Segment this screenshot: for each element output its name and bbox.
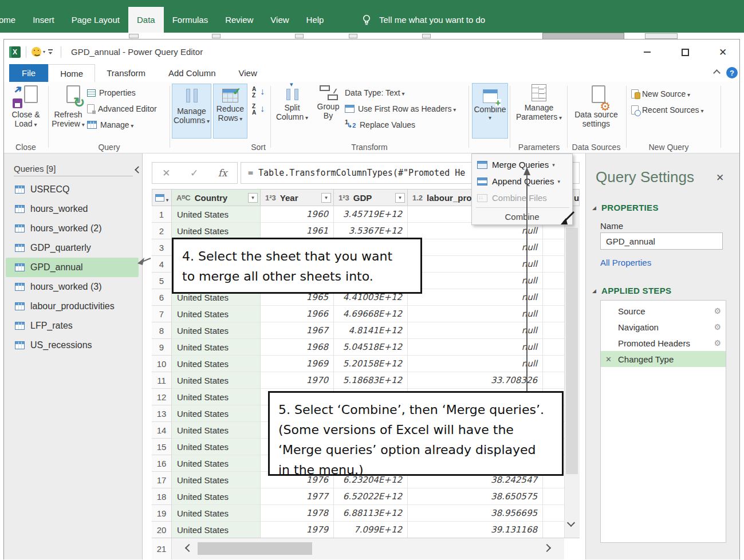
cell-gdp[interactable]: 7.099E+12	[334, 522, 408, 538]
cell-country[interactable]: United States	[172, 455, 261, 472]
help-button[interactable]: ?	[726, 67, 738, 78]
minimize-button[interactable]	[635, 44, 660, 61]
data-type-button[interactable]: Data Type: Text	[345, 86, 405, 99]
filter-dropdown-icon[interactable]: ▼	[248, 193, 258, 203]
cell-labour[interactable]: null	[408, 289, 543, 306]
cell-labour[interactable]: null	[408, 239, 543, 256]
excel-tab-ome[interactable]: ome	[0, 7, 24, 33]
cell-country[interactable]: United States	[172, 356, 261, 372]
applied-steps-section-header[interactable]: APPLIED STEPS	[601, 286, 671, 295]
excel-tab-help[interactable]: Help	[298, 7, 333, 33]
manage-parameters-button[interactable]: Manage Parameters	[513, 84, 565, 123]
chevron-down-icon[interactable]: ▾	[43, 49, 45, 54]
filter-dropdown-icon[interactable]: ▼	[395, 193, 405, 203]
cell-labour[interactable]: null	[408, 306, 543, 322]
combine-button[interactable]: + Combine ▾	[472, 83, 508, 139]
properties-section-header[interactable]: PROPERTIES	[601, 203, 659, 212]
applied-step-navigation[interactable]: Navigation⚙	[601, 319, 726, 335]
cell-gdp[interactable]: 6.52022E+12	[334, 488, 408, 505]
collapse-triangle-icon[interactable]: ◢	[592, 288, 596, 294]
new-source-button[interactable]: New Source	[631, 88, 690, 100]
cell-gdp[interactable]: 4.69668E+12	[334, 306, 408, 322]
query-item-gpd-annual[interactable]: GPD_annual	[6, 258, 139, 277]
cell-country[interactable]: United States	[172, 223, 261, 239]
cell-extra[interactable]	[543, 372, 564, 389]
column-header-year[interactable]: 1²3 Year ▼	[261, 189, 334, 206]
manage-button[interactable]: Manage	[87, 119, 133, 131]
first-row-headers-button[interactable]: Use First Row as Headers	[345, 102, 456, 115]
cell-labour[interactable]: 33.708326	[408, 372, 543, 389]
cancel-formula-icon[interactable]: ✕	[162, 167, 170, 179]
query-item-hours-worked-3[interactable]: hours_worked (3)	[6, 277, 139, 297]
cell-extra[interactable]	[543, 256, 564, 273]
close-settings-icon[interactable]: ✕	[716, 172, 724, 184]
cell-extra[interactable]	[543, 505, 564, 522]
cell-year[interactable]: 1977	[261, 488, 334, 505]
cell-country[interactable]: United States	[172, 488, 261, 505]
cell-labour[interactable]: null	[408, 223, 543, 239]
applied-step-source[interactable]: Source⚙	[601, 303, 726, 319]
menu-item-combine-files[interactable]: Combine Files	[472, 190, 572, 206]
scroll-left-icon[interactable]	[184, 545, 191, 551]
cell-extra[interactable]	[543, 289, 564, 306]
cell-year[interactable]: 1978	[261, 505, 334, 522]
replace-values-button[interactable]: Replace Values	[345, 119, 415, 131]
excel-tab-page-layout[interactable]: Page Layout	[63, 7, 128, 33]
cell-labour[interactable]: null	[408, 273, 543, 289]
cell-country[interactable]: United States	[172, 389, 261, 405]
excel-tab-view[interactable]: View	[262, 7, 297, 33]
cell-year[interactable]: 1966	[261, 306, 334, 322]
refresh-preview-button[interactable]: ↻ Refresh Preview	[50, 84, 86, 129]
pq-tab-view[interactable]: View	[227, 64, 269, 82]
name-input[interactable]: GPD_annual	[600, 232, 723, 250]
manage-columns-button[interactable]: Manage Columns	[172, 84, 211, 139]
split-column-button[interactable]: Split Column	[274, 84, 310, 123]
excel-tab-formulas[interactable]: Formulas	[164, 7, 217, 33]
cell-year[interactable]: 1968	[261, 339, 334, 356]
scroll-right-icon[interactable]	[544, 545, 551, 551]
cell-gdp[interactable]: 3.45719E+12	[334, 206, 408, 223]
maximize-button[interactable]	[672, 44, 698, 61]
cell-country[interactable]: United States	[172, 472, 261, 488]
cell-country[interactable]: United States	[172, 505, 261, 522]
collapse-triangle-icon[interactable]: ◢	[592, 205, 596, 211]
cell-year[interactable]: 1969	[261, 356, 334, 372]
cell-country[interactable]: United States	[172, 522, 261, 538]
excel-tab-review[interactable]: Review	[216, 7, 262, 33]
advanced-editor-button[interactable]: Advanced Editor	[87, 102, 157, 115]
cell-extra[interactable]	[543, 322, 564, 339]
applied-step-changed-type[interactable]: ✕Changed Type	[601, 351, 726, 367]
sort-descending-icon[interactable]	[251, 103, 266, 117]
tell-me-box[interactable]: Tell me what you want to do	[361, 7, 485, 33]
delete-step-icon[interactable]: ✕	[605, 355, 616, 364]
close-and-load-button[interactable]: ➔ Close & Load	[7, 84, 45, 129]
properties-button[interactable]: Properties	[87, 86, 136, 99]
select-all-corner[interactable]: ▾	[152, 189, 172, 206]
cell-gdp[interactable]: 5.04518E+12	[334, 339, 408, 356]
pq-tab-add-column[interactable]: Add Column	[157, 64, 227, 82]
cell-year[interactable]: 1961	[261, 223, 334, 239]
cell-year[interactable]: 1979	[261, 522, 334, 538]
cell-gdp[interactable]: 5.18683E+12	[334, 372, 408, 389]
data-source-settings-button[interactable]: ⚙ Data source settings	[571, 84, 621, 128]
cell-country[interactable]: United States	[172, 306, 261, 322]
gear-icon[interactable]: ⚙	[714, 322, 721, 332]
query-item-hours-worked[interactable]: hours_worked	[6, 199, 139, 219]
cell-year[interactable]: 1967	[261, 322, 334, 339]
menu-item-append-queries[interactable]: Append Queries▾	[472, 173, 572, 190]
pq-tab-transform[interactable]: Transform	[95, 64, 157, 82]
pq-tab-home[interactable]: Home	[48, 64, 95, 82]
cell-country[interactable]: United States	[172, 339, 261, 356]
cell-extra[interactable]	[543, 223, 564, 239]
all-properties-link[interactable]: All Properties	[600, 258, 651, 267]
query-item-lfp-rates[interactable]: LFP_rates	[6, 316, 139, 336]
query-item-gdp-quarterly[interactable]: GDP_quarterly	[6, 238, 139, 258]
menu-item-merge-queries[interactable]: Merge Queries▾	[472, 156, 572, 173]
filter-dropdown-icon[interactable]: ▼	[321, 193, 331, 203]
commit-formula-icon[interactable]: ✓	[190, 167, 198, 179]
cell-labour[interactable]: null	[408, 322, 543, 339]
cell-country[interactable]: United States	[172, 372, 261, 389]
pq-tab-file[interactable]: File	[9, 64, 48, 82]
excel-tab-data[interactable]: Data	[128, 7, 164, 33]
scroll-down-icon[interactable]	[568, 520, 574, 527]
